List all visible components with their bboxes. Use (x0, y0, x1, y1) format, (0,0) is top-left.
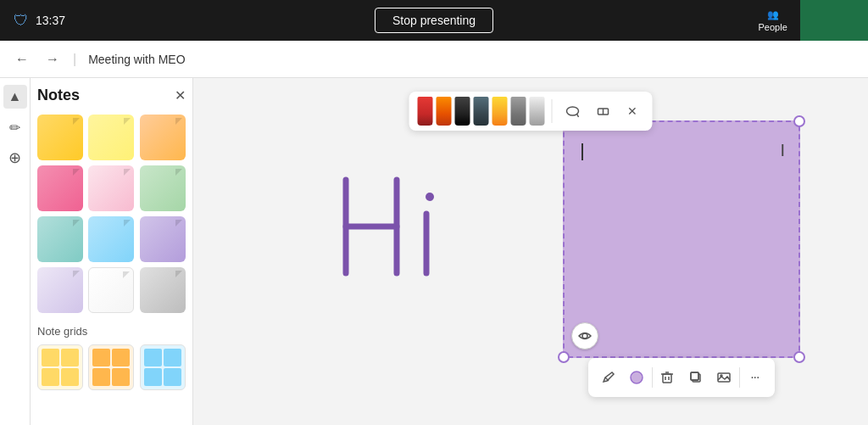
sidebar-header: Notes ✕ (37, 85, 186, 106)
svg-rect-8 (663, 374, 671, 383)
note-duplicate-button[interactable] (682, 363, 709, 392)
handle-bottom-left[interactable] (558, 351, 570, 363)
note-purple[interactable] (140, 216, 186, 262)
grids-row (37, 344, 186, 390)
note-light-yellow[interactable] (88, 115, 134, 160)
eraser-button[interactable] (590, 98, 617, 125)
svg-rect-14 (691, 372, 698, 380)
topbar: 🛡 13:37 Stop presenting 👥 People 💬 Chat … (0, 0, 868, 41)
note-image-button[interactable] (710, 363, 737, 392)
toolbar-separator (552, 99, 553, 123)
note-white[interactable] (88, 267, 134, 313)
people-icon: 👥 (767, 9, 779, 20)
note-light-pink[interactable] (88, 165, 134, 211)
add-icon: ⊕ (8, 148, 21, 167)
cursor-tool[interactable]: ▲ (3, 85, 27, 109)
note-green[interactable] (140, 165, 186, 211)
note-yellow[interactable] (37, 115, 83, 160)
lasso-button[interactable] (559, 98, 587, 125)
svg-point-7 (631, 372, 643, 383)
note-pink[interactable] (37, 165, 83, 211)
note-delete-button[interactable] (654, 363, 681, 392)
canvas-area[interactable]: ✕ I (193, 78, 868, 425)
hi-drawing (329, 163, 498, 299)
note-toolbar-separator-2 (739, 367, 740, 388)
crayon-yellow[interactable] (492, 97, 508, 126)
svg-point-4 (426, 193, 434, 201)
note-toolbar-separator (652, 367, 653, 388)
svg-line-1 (577, 114, 579, 117)
sidebar-toolbar: ▲ ✏ ⊕ (0, 78, 31, 425)
note-color-button[interactable] (623, 363, 649, 392)
people-button[interactable]: 👥 People (759, 9, 787, 32)
sidebar-content: Notes ✕ Note grids (31, 78, 192, 425)
crayon-gray[interactable] (511, 97, 526, 126)
topbar-time: 13:37 (36, 14, 65, 27)
sidebar-close-button[interactable]: ✕ (175, 87, 186, 103)
green-banner (800, 0, 868, 41)
text-cursor (581, 143, 583, 160)
handle-top-right[interactable] (793, 115, 805, 127)
svg-point-5 (582, 333, 587, 338)
note-gray[interactable] (140, 267, 186, 313)
note-teal[interactable] (37, 216, 83, 262)
add-tool[interactable]: ⊕ (3, 146, 27, 170)
toolbar-close-button[interactable]: ✕ (620, 99, 644, 123)
back-button[interactable]: ← (10, 48, 34, 70)
note-grids-section-label: Note grids (37, 325, 186, 338)
note-orange[interactable] (140, 115, 186, 160)
crayon-dark[interactable] (455, 97, 470, 126)
handle-bottom-right[interactable] (793, 351, 805, 363)
notes-grid (37, 115, 186, 313)
shield-icon: 🛡 (14, 12, 29, 30)
crayon-dark2[interactable] (474, 97, 489, 126)
note-more-button[interactable]: ··· (742, 363, 768, 392)
pen-icon: ✏ (9, 120, 20, 136)
note-text-cursor: I (780, 141, 785, 160)
crayon-orange[interactable] (437, 97, 452, 126)
sidebar: ▲ ✏ ⊕ Notes ✕ (0, 78, 193, 425)
notes-title: Notes (37, 87, 80, 104)
note-light-purple[interactable] (37, 267, 83, 313)
drawing-toolbar: ✕ (409, 92, 653, 131)
secondbar: ← → | Meeting with MEO (0, 41, 868, 78)
note-accessibility-button[interactable] (571, 322, 598, 350)
stop-presenting-button[interactable]: Stop presenting (375, 8, 493, 33)
note-bottom-toolbar: ··· (588, 358, 775, 397)
cursor-icon: ▲ (8, 89, 22, 104)
grid-yellow[interactable] (37, 344, 83, 390)
grid-orange[interactable] (88, 344, 134, 390)
meeting-title: Meeting with MEO (88, 53, 185, 66)
crayon-light[interactable] (530, 97, 545, 126)
forward-button[interactable]: → (41, 48, 64, 70)
crayon-red[interactable] (418, 97, 433, 126)
pen-tool[interactable]: ✏ (3, 115, 27, 139)
note-pen-button[interactable] (595, 363, 621, 392)
main-area: ▲ ✏ ⊕ Notes ✕ (0, 78, 868, 425)
grid-blue[interactable] (140, 344, 186, 390)
note-blue[interactable] (88, 216, 134, 262)
svg-point-17 (721, 375, 722, 377)
sticky-note[interactable]: I (563, 120, 800, 358)
